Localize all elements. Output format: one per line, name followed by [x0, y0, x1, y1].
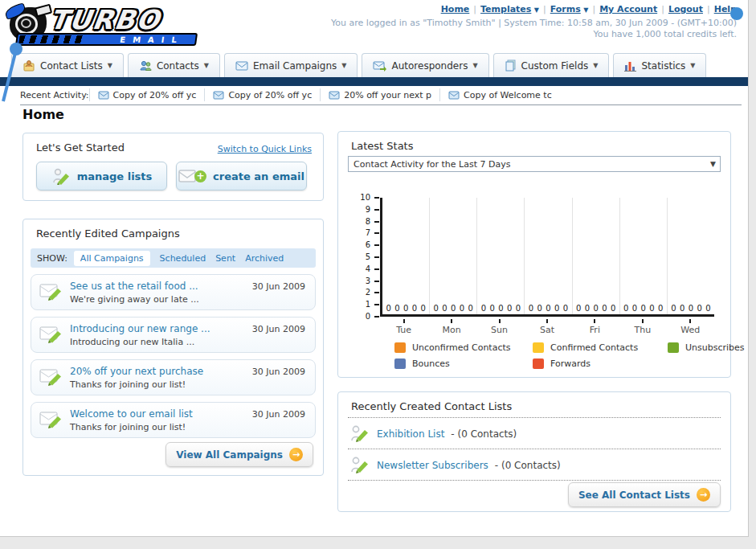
bar-value-label: 0 [394, 304, 399, 313]
legend-item: Unsubscribes [668, 342, 756, 353]
recent-activity-item[interactable]: Copy of 20% off yc [89, 88, 205, 101]
filter-archived[interactable]: Archived [245, 253, 284, 264]
recent-activity-item[interactable]: Copy of 20% off yc [204, 88, 320, 101]
nav-link-home[interactable]: Home [441, 4, 470, 14]
y-tick-label: 8 [348, 217, 370, 226]
campaign-title-link[interactable]: Welcome to our email list [70, 408, 193, 420]
campaign-title-link[interactable]: 20% off your next purchase [70, 366, 203, 377]
legend-swatch [533, 358, 544, 369]
chart-plot: 00000000000000000000000000000000000 [380, 198, 714, 317]
recent-activity-item[interactable]: 20% off your next p [320, 88, 439, 101]
recent-activity-text: 20% off your next p [344, 90, 431, 100]
envelope-icon [98, 91, 109, 100]
nav-link-forms[interactable]: Forms [550, 4, 581, 14]
filter-sent[interactable]: Sent [215, 253, 235, 264]
recent-activity-item[interactable]: Copy of Welcome tc [439, 88, 560, 101]
contact-lists-title: Recently Created Contact Lists [351, 400, 512, 412]
bar-value-label: 0 [537, 304, 542, 313]
plus-icon: + [194, 170, 206, 182]
manage-lists-label: manage lists [77, 170, 153, 182]
y-tick-label: 10 [348, 193, 370, 202]
tab-label: Statistics [641, 60, 685, 72]
nav-link-my-account[interactable]: My Account [599, 4, 657, 14]
legend-label: Forwards [550, 358, 590, 369]
chart-group-wed: 00000 [668, 198, 714, 314]
tab-contacts[interactable]: Contacts▼ [128, 53, 220, 77]
campaign-title-link[interactable]: See us at the retail food ... [70, 281, 198, 292]
campaigns-panel: Recently Edited Campaigns SHOW: All Camp… [22, 219, 324, 476]
bar-value-label: 0 [658, 304, 663, 313]
contact-list-link[interactable]: Newsletter Subscribers [377, 460, 488, 471]
campaign-row[interactable]: Introducing our new range ... Introducin… [31, 317, 316, 353]
nav-link-templates[interactable]: Templates [480, 4, 531, 14]
tab-contact-lists[interactable]: Contact Lists▼ [11, 53, 124, 77]
y-tick-mark [374, 244, 379, 246]
legend-swatch [394, 342, 406, 353]
campaign-date: 30 Jun 2009 [252, 324, 305, 334]
view-all-campaigns-label: View All Campaigns [176, 449, 283, 461]
chevron-down-icon: ▼ [690, 62, 695, 69]
see-all-contact-lists-label: See All Contact Lists [578, 490, 690, 501]
y-tick-mark [374, 304, 379, 305]
envelope-arrow-icon [373, 60, 386, 72]
bar-chart-icon [624, 60, 636, 72]
create-email-button[interactable]: + create an email [176, 162, 307, 191]
y-tick-label: 3 [348, 277, 370, 285]
filter-all-campaigns[interactable]: All Campaigns [74, 251, 150, 266]
switch-quick-links[interactable]: Switch to Quick Links [218, 144, 312, 154]
bar-value-label: 0 [593, 304, 598, 313]
legend-swatch [668, 342, 679, 353]
contact-list-link[interactable]: Exhibition List [377, 428, 444, 440]
bar-value-label: 0 [481, 304, 486, 313]
tab-label: Contacts [157, 60, 199, 72]
contact-list-row[interactable]: Newsletter Subscribers - (0 Contacts) [349, 455, 561, 476]
campaign-row[interactable]: Welcome to our email list Thanks for joi… [31, 402, 316, 438]
chart-group-sat: 00000 [525, 198, 572, 314]
tab-autoresponders[interactable]: Autoresponders▼ [362, 53, 488, 77]
x-tick-label: Wed [667, 319, 714, 338]
bar-value-label: 0 [516, 304, 521, 313]
bar-value-label: 0 [489, 304, 494, 313]
contact-lists-panel: Recently Created Contact Lists Exhibitio… [337, 391, 731, 512]
tab-email-campaigns[interactable]: Email Campaigns▼ [224, 53, 358, 77]
chevron-down-icon: ▼ [472, 62, 477, 69]
legend-label: Confirmed Contacts [550, 342, 638, 353]
campaign-filter-bar: SHOW: All Campaigns Scheduled Sent Archi… [31, 248, 316, 268]
x-tick-label: Thu [619, 319, 666, 338]
legend-swatch [394, 358, 406, 369]
nav-link-logout[interactable]: Logout [668, 4, 703, 14]
legend-label: Unconfirmed Contacts [412, 342, 511, 353]
page-title: Home [22, 107, 64, 122]
view-all-campaigns-button[interactable]: View All Campaigns → [166, 442, 313, 467]
campaign-date: 30 Jun 2009 [252, 281, 305, 292]
tab-custom-fields[interactable]: Custom Fields▼ [493, 53, 610, 77]
y-tick-mark [374, 221, 379, 223]
latest-stats-title: Latest Stats [351, 140, 414, 152]
x-tick-label: Sat [523, 319, 570, 338]
manage-lists-button[interactable]: manage lists [36, 162, 167, 191]
envelope-icon [448, 91, 460, 100]
bar-value-label: 0 [412, 304, 417, 313]
bar-value-label: 0 [602, 304, 607, 313]
y-tick-mark [374, 209, 379, 211]
credits-info: You have 1,000 total credits left. [593, 29, 737, 39]
campaign-row[interactable]: 20% off your next purchase Thanks for jo… [31, 359, 316, 395]
chart-x-axis: TueMonSunSatFriThuWed [380, 319, 714, 338]
tab-statistics[interactable]: Statistics▼ [613, 53, 706, 77]
chart-group-mon: 00000 [430, 198, 477, 314]
contact-list-row[interactable]: Exhibition List - (0 Contacts) [349, 424, 517, 445]
main-page: TURBO EMAIL Home|Templates ▼|Forms ▼|My … [0, 0, 749, 537]
bar-value-label: 0 [649, 304, 654, 313]
recent-activity-text: Copy of 20% off yc [113, 90, 197, 100]
bar-value-label: 0 [529, 304, 533, 313]
stats-dropdown[interactable]: Contact Activity for the Last 7 Days ▼ [348, 156, 721, 172]
campaign-title-link[interactable]: Introducing our new range ... [70, 323, 210, 334]
bar-value-label: 0 [623, 304, 628, 313]
contact-activity-chart: 109876543210 000000000000000000000000000… [348, 190, 721, 342]
chevron-down-icon: ▼ [534, 6, 539, 14]
campaign-row[interactable]: See us at the retail food ... We're givi… [31, 274, 316, 310]
envelope-icon [235, 60, 248, 71]
see-all-contact-lists-button[interactable]: See All Contact Lists → [568, 482, 721, 507]
chart-group-sun: 00000 [477, 198, 525, 314]
filter-scheduled[interactable]: Scheduled [160, 253, 206, 264]
